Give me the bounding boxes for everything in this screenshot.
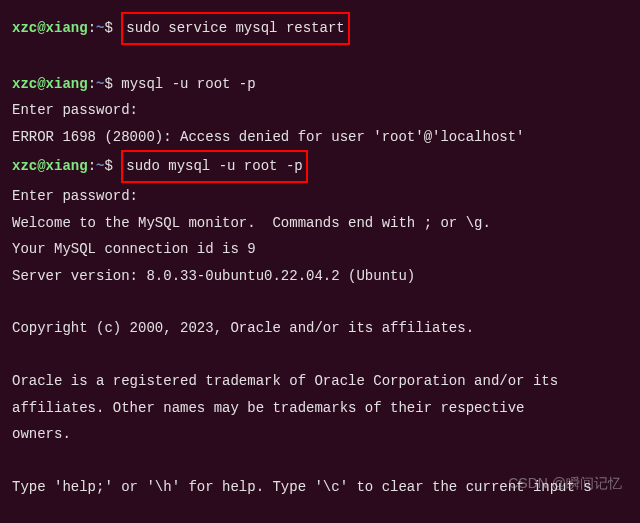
prompt-colon: : bbox=[88, 158, 96, 174]
highlighted-command-1: sudo service mysql restart bbox=[121, 12, 349, 45]
terminal-line-cmd2: xzc@xiang:~$ mysql -u root -p bbox=[12, 71, 628, 98]
terminal-line-tm3: owners. bbox=[12, 421, 628, 448]
terminal-line-enterpw1: Enter password: bbox=[12, 97, 628, 124]
terminal-line-tm1: Oracle is a registered trademark of Orac… bbox=[12, 368, 628, 395]
highlighted-command-2: sudo mysql -u root -p bbox=[121, 150, 307, 183]
prompt-user: xzc@xiang bbox=[12, 20, 88, 36]
prompt-colon: : bbox=[88, 76, 96, 92]
terminal-line-tm2: affiliates. Other names may be trademark… bbox=[12, 395, 628, 422]
terminal-line-error: ERROR 1698 (28000): Access denied for us… bbox=[12, 124, 628, 151]
terminal-line-copyright: Copyright (c) 2000, 2023, Oracle and/or … bbox=[12, 315, 628, 342]
command-text: mysql -u root -p bbox=[121, 76, 255, 92]
prompt-user: xzc@xiang bbox=[12, 158, 88, 174]
terminal-line-welcome: Welcome to the MySQL monitor. Commands e… bbox=[12, 210, 628, 237]
terminal-line-version: Server version: 8.0.33-0ubuntu0.22.04.2 … bbox=[12, 263, 628, 290]
terminal-line-cmd3: xzc@xiang:~$ sudo mysql -u root -p bbox=[12, 150, 628, 183]
prompt-user: xzc@xiang bbox=[12, 76, 88, 92]
terminal-line-enterpw2: Enter password: bbox=[12, 183, 628, 210]
terminal-line-cmd1: xzc@xiang:~$ sudo service mysql restart bbox=[12, 12, 628, 45]
terminal-line-connid: Your MySQL connection id is 9 bbox=[12, 236, 628, 263]
watermark-text: CSDN @瞬间记忆 bbox=[508, 470, 622, 497]
prompt-dollar: $ bbox=[104, 76, 121, 92]
prompt-dollar: $ bbox=[104, 20, 121, 36]
prompt-colon: : bbox=[88, 20, 96, 36]
prompt-dollar: $ bbox=[104, 158, 121, 174]
